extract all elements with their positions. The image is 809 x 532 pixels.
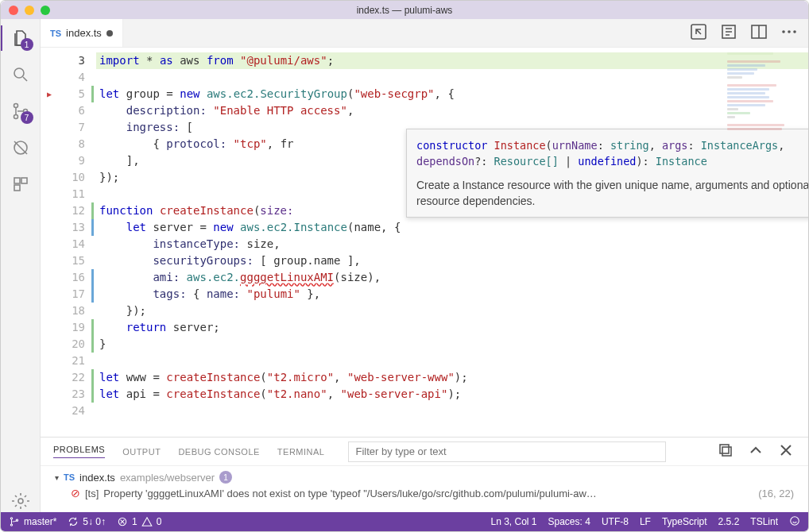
scm-badge: 7 — [21, 111, 33, 124]
svg-point-2 — [14, 115, 17, 119]
status-tslint[interactable]: TSLint — [750, 516, 778, 527]
status-bar: master* 5↓ 0↑ 1 0 Ln 3, Col 1 Spaces: 4 … — [1, 512, 808, 531]
editor[interactable]: 345▶6789101112131415161718192021222324 i… — [41, 48, 808, 437]
problem-message: Property 'ggggetLinuxAMI' does not exist… — [103, 488, 596, 499]
status-encoding[interactable]: UTF-8 — [602, 516, 629, 527]
tab-label: index.ts — [66, 27, 102, 39]
search-icon[interactable] — [10, 64, 32, 86]
collapse-all-icon[interactable] — [716, 441, 735, 462]
svg-rect-16 — [722, 447, 731, 456]
svg-point-17 — [10, 518, 12, 519]
debug-icon[interactable] — [10, 137, 32, 159]
editor-tabs: TS index.ts — [41, 19, 808, 48]
zoom-window-icon[interactable] — [41, 6, 50, 15]
svg-rect-15 — [720, 445, 729, 453]
panel-tab-terminal[interactable]: TERMINAL — [277, 447, 325, 457]
status-errors[interactable]: 1 0 — [117, 516, 161, 527]
status-feedback-icon[interactable] — [789, 515, 800, 529]
error-icon: ⊘ — [71, 487, 80, 499]
extensions-icon[interactable] — [10, 173, 32, 195]
problems-file-name: index.ts — [79, 472, 115, 484]
svg-point-1 — [14, 104, 17, 108]
chevron-down-icon: ▾ — [55, 473, 59, 482]
titlebar: index.ts — pulumi-aws — [1, 1, 808, 19]
problems-filter-input[interactable] — [348, 441, 666, 462]
typescript-file-icon: TS — [50, 29, 61, 38]
bottom-panel: PROBLEMS OUTPUT DEBUG CONSOLE TERMINAL — [41, 437, 808, 512]
activity-bar: 1 7 — [1, 19, 41, 512]
status-branch[interactable]: master* — [9, 516, 56, 527]
problem-row[interactable]: ⊘ [ts] Property 'ggggetLinuxAMI' does no… — [48, 485, 800, 501]
window-title: index.ts — pulumi-aws — [1, 5, 808, 16]
explorer-icon[interactable]: 1 — [10, 27, 32, 49]
svg-point-0 — [14, 68, 24, 78]
svg-point-18 — [10, 524, 12, 526]
status-language[interactable]: TypeScript — [662, 516, 707, 527]
problems-file-dir: examples/webserver — [120, 472, 215, 484]
expand-panel-icon[interactable] — [746, 441, 765, 462]
problem-location: (16, 22) — [758, 488, 794, 499]
more-actions-icon[interactable] — [780, 22, 799, 44]
problem-source: [ts] — [85, 488, 99, 499]
tab-index-ts[interactable]: TS index.ts — [41, 19, 123, 47]
problems-file-row[interactable]: ▾ TS index.ts examples/webserver 1 — [48, 469, 800, 485]
problems-filter[interactable] — [348, 441, 666, 462]
minimap[interactable] — [727, 52, 803, 148]
panel-tab-debug-console[interactable]: DEBUG CONSOLE — [178, 447, 259, 457]
svg-point-12 — [782, 30, 785, 33]
svg-rect-5 — [14, 178, 20, 183]
problems-count-badge: 1 — [219, 471, 232, 484]
svg-rect-6 — [21, 178, 27, 183]
status-indentation[interactable]: Spaces: 4 — [548, 516, 590, 527]
split-editor-icon[interactable] — [749, 22, 768, 44]
status-eol[interactable]: LF — [640, 516, 651, 527]
settings-gear-icon[interactable] — [10, 490, 32, 512]
status-ts-version[interactable]: 2.5.2 — [718, 516, 740, 527]
svg-point-8 — [18, 499, 23, 503]
svg-point-21 — [791, 516, 799, 525]
svg-point-14 — [793, 30, 796, 33]
minimize-window-icon[interactable] — [25, 6, 34, 15]
source-control-icon[interactable]: 7 — [10, 100, 32, 122]
explorer-badge: 1 — [21, 38, 33, 51]
svg-rect-7 — [14, 185, 20, 191]
status-cursor-position[interactable]: Ln 3, Col 1 — [490, 516, 536, 527]
panel-tab-output[interactable]: OUTPUT — [122, 447, 161, 457]
open-preview-icon[interactable] — [719, 22, 738, 44]
svg-point-13 — [788, 30, 791, 33]
dirty-indicator-icon — [106, 30, 113, 37]
status-sync[interactable]: 5↓ 0↑ — [68, 516, 106, 527]
line-gutter: 345▶6789101112131415161718192021222324 — [41, 48, 96, 437]
compare-changes-icon[interactable] — [689, 22, 708, 44]
typescript-file-icon: TS — [64, 472, 75, 482]
close-panel-icon[interactable] — [776, 441, 795, 462]
panel-tab-problems[interactable]: PROBLEMS — [53, 445, 105, 458]
close-window-icon[interactable] — [9, 6, 18, 15]
